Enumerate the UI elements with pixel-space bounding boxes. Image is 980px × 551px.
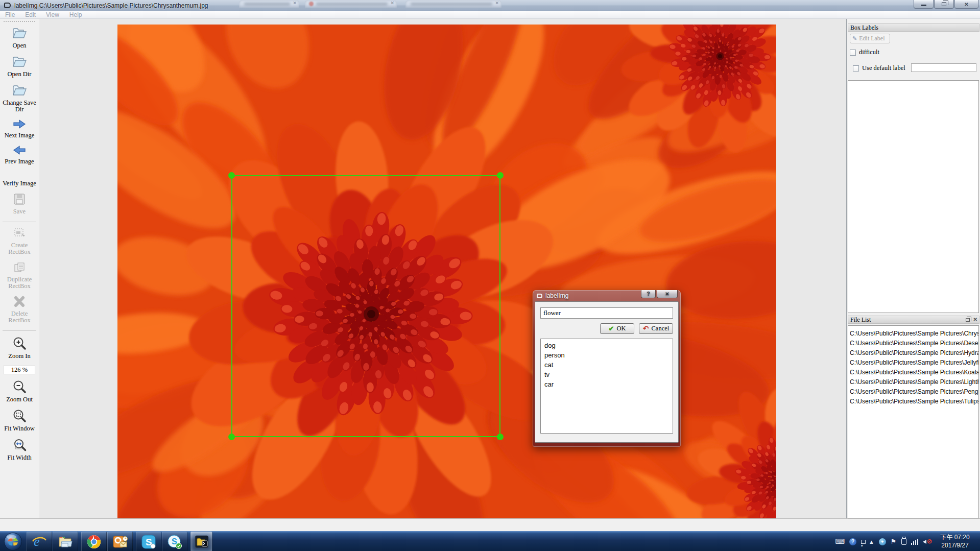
box-labels-list[interactable] [848, 80, 979, 313]
rectbox-handle-bottomleft[interactable] [228, 434, 235, 440]
minimize-button[interactable] [914, 0, 934, 9]
dialog-title: labelImg [545, 292, 568, 299]
taskbar-skype-business[interactable]: S [162, 532, 187, 551]
file-list[interactable]: C:\Users\Public\Pictures\Sample Pictures… [848, 325, 979, 518]
keyboard-icon[interactable]: ⌨ [835, 538, 845, 545]
dialog-close-button[interactable]: ✕ [657, 290, 678, 298]
zoom-in-button[interactable]: Zoom In [0, 336, 39, 360]
pencil-icon: ✎ [852, 35, 857, 42]
default-label-input[interactable] [911, 63, 976, 72]
device-tray-icon[interactable] [901, 538, 906, 545]
volume-muted-icon[interactable]: ⊘ [923, 538, 931, 545]
float-panel-icon[interactable] [966, 318, 970, 322]
verify-image-button[interactable]: Verify Image [0, 171, 39, 187]
fit-window-button[interactable]: Fit Window [0, 409, 39, 432]
taskbar-skype[interactable]: S [136, 532, 161, 551]
file-list-header[interactable]: File List ✕ [848, 316, 979, 324]
folder-open-icon [12, 83, 27, 99]
next-image-button[interactable]: Next Image [0, 118, 39, 139]
rectbox-handle-bottomright[interactable] [497, 434, 504, 440]
window-title: labelImg C:\Users\Public\Pictures\Sample… [14, 2, 208, 9]
outlook-icon [112, 535, 128, 549]
zoom-out-button[interactable]: Zoom Out [0, 379, 39, 403]
change-save-dir-button[interactable]: Change Save Dir [0, 83, 39, 113]
help-tray-icon[interactable]: ? [849, 538, 856, 545]
open-button[interactable]: Open [0, 26, 39, 49]
start-button[interactable] [4, 532, 22, 551]
clock-time: 下午 07:20 [932, 533, 978, 541]
file-list-item[interactable]: C:\Users\Public\Pictures\Sample Pictures… [848, 387, 978, 397]
fit-width-icon [12, 438, 27, 454]
rectbox-handle-topright[interactable] [497, 172, 504, 179]
windows-explorer-icon [58, 535, 73, 548]
menu-edit[interactable]: Edit [20, 11, 41, 18]
status-bar [0, 518, 980, 531]
taskbar-chrome[interactable] [81, 532, 107, 551]
label-option-cat[interactable]: cat [541, 360, 673, 370]
system-tray: ⌨ ? ▲ ✦ ⚑ ⊘ [835, 532, 931, 551]
prev-image-button[interactable]: Prev Image [0, 145, 39, 165]
file-list-item[interactable]: C:\Users\Public\Pictures\Sample Pictures… [848, 358, 978, 368]
save-button[interactable]: Save [0, 193, 39, 215]
skype-business-icon: S [167, 534, 182, 549]
delete-rectbox-button[interactable]: Delete RectBox [0, 295, 39, 324]
left-toolbar: Open Open Dir Change Save Dir Next Image [0, 19, 39, 518]
label-option-car[interactable]: car [541, 379, 673, 389]
edit-label-button[interactable]: ✎ Edit Label [850, 34, 890, 43]
file-list-item[interactable]: C:\Users\Public\Pictures\Sample Pictures… [848, 329, 978, 339]
screen: labelImg C:\Users\Public\Pictures\Sample… [0, 0, 980, 551]
cancel-button[interactable]: ↶ Cancel [639, 323, 673, 334]
file-list-item[interactable]: C:\Users\Public\Pictures\Sample Pictures… [848, 339, 978, 348]
image-canvas[interactable] [40, 19, 847, 518]
action-center-flag-icon[interactable]: ⚑ [891, 538, 897, 545]
label-name-input[interactable] [540, 307, 673, 319]
open-dir-button[interactable]: Open Dir [0, 55, 39, 78]
close-panel-icon[interactable]: ✕ [973, 317, 977, 322]
box-labels-header[interactable]: Box Labels [848, 23, 979, 32]
taskbar-outlook[interactable] [107, 532, 133, 551]
rectbox-handle-topleft[interactable] [228, 172, 235, 179]
restore-button[interactable] [934, 0, 954, 9]
file-list-item[interactable]: C:\Users\Public\Pictures\Sample Pictures… [848, 397, 978, 406]
difficult-checkbox[interactable] [850, 50, 856, 56]
taskbar-labelimg[interactable] [190, 532, 212, 551]
zoom-out-icon [12, 379, 27, 396]
taskbar-windows-explorer[interactable] [53, 532, 78, 551]
menu-help[interactable]: Help [64, 11, 87, 18]
labelimg-app-icon [4, 3, 11, 8]
label-options-list[interactable]: dog person cat tv car [540, 339, 673, 434]
taskbar: e [0, 531, 980, 551]
check-icon: ✔ [609, 325, 614, 333]
messenger-tray-icon[interactable]: ✦ [879, 538, 886, 545]
label-option-dog[interactable]: dog [541, 341, 673, 350]
skype-icon: S [141, 534, 156, 549]
use-default-label-text: Use default label [862, 64, 905, 72]
create-rectbox-icon [13, 227, 26, 242]
file-list-item[interactable]: C:\Users\Public\Pictures\Sample Pictures… [848, 368, 978, 377]
tray-clock[interactable]: 下午 07:20 2017/9/27 [932, 533, 978, 549]
file-list-item[interactable]: C:\Users\Public\Pictures\Sample Pictures… [848, 377, 978, 387]
taskbar-internet-explorer[interactable]: e [27, 532, 52, 551]
close-button[interactable]: ✕ [954, 0, 978, 9]
window-tray-icon[interactable] [861, 540, 866, 544]
use-default-label-checkbox[interactable] [853, 65, 859, 71]
chrome-icon [87, 535, 101, 549]
dialog-help-button[interactable]: ? [641, 290, 656, 298]
network-signal-icon[interactable] [911, 539, 919, 545]
file-list-item[interactable]: C:\Users\Public\Pictures\Sample Pictures… [848, 348, 978, 358]
duplicate-rectbox-button[interactable]: Duplicate RectBox [0, 261, 39, 290]
label-option-tv[interactable]: tv [541, 370, 673, 379]
annotation-rectbox[interactable] [231, 175, 500, 437]
show-hidden-icons[interactable]: ▲ [869, 539, 874, 545]
ok-button[interactable]: ✔ OK [600, 323, 634, 334]
dialog-titlebar[interactable]: labelImg ? ✕ [535, 290, 679, 301]
clock-date: 2017/9/27 [932, 541, 978, 549]
menu-view[interactable]: View [41, 11, 64, 18]
create-rectbox-button[interactable]: Create RectBox [0, 227, 39, 255]
zoom-level-field[interactable]: 126 % [4, 365, 35, 374]
fit-width-button[interactable]: Fit Width [0, 438, 39, 461]
save-icon [13, 193, 26, 208]
label-option-person[interactable]: person [541, 350, 673, 360]
toolbar-handle[interactable] [4, 21, 35, 22]
menu-file[interactable]: File [0, 11, 20, 18]
